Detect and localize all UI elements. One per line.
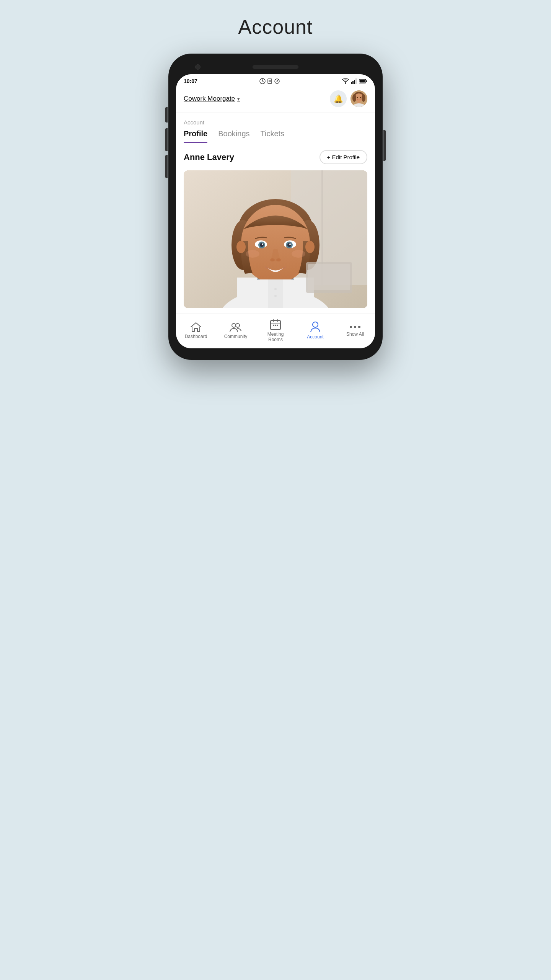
- svg-rect-13: [360, 80, 365, 83]
- app-icon-1: [259, 78, 266, 84]
- status-right-icons: [342, 78, 367, 84]
- volume-up-button: [165, 107, 168, 122]
- svg-rect-56: [308, 264, 350, 290]
- community-icon: [229, 322, 242, 332]
- profile-section: Anne Lavery + Edit Profile: [176, 143, 375, 314]
- svg-point-48: [246, 250, 259, 258]
- chevron-down-icon: ▾: [237, 96, 240, 102]
- location-name: Cowork Moorgate: [184, 95, 235, 103]
- svg-point-46: [270, 258, 275, 261]
- tabs-bar: Profile Bookings Tickets: [184, 129, 367, 143]
- svg-rect-64: [275, 325, 276, 326]
- status-bar: 10:07: [176, 74, 375, 87]
- avatar-image: [350, 90, 367, 107]
- svg-point-66: [313, 322, 318, 327]
- svg-point-24: [360, 97, 361, 98]
- svg-point-54: [274, 295, 277, 297]
- avatar-button[interactable]: [350, 90, 367, 107]
- svg-point-47: [276, 258, 281, 261]
- svg-rect-12: [366, 80, 367, 82]
- nav-show-all-label: Show All: [346, 332, 364, 337]
- svg-point-53: [274, 288, 277, 290]
- nav-dashboard-label: Dashboard: [185, 334, 207, 339]
- location-selector[interactable]: Cowork Moorgate ▾: [184, 95, 240, 103]
- status-time: 10:07: [184, 78, 197, 84]
- svg-point-37: [305, 241, 315, 253]
- nav-community-label: Community: [224, 334, 248, 339]
- svg-rect-21: [357, 101, 360, 104]
- svg-point-40: [260, 243, 264, 247]
- svg-point-19: [352, 94, 356, 102]
- edit-profile-button[interactable]: + Edit Profile: [320, 150, 367, 164]
- screen: 10:07: [176, 74, 375, 348]
- svg-rect-65: [277, 325, 278, 326]
- more-icon: [349, 324, 361, 330]
- wifi-icon: [342, 78, 349, 84]
- bottom-nav: Dashboard Community: [176, 314, 375, 348]
- svg-point-41: [262, 243, 263, 245]
- silent-button: [165, 155, 168, 178]
- tab-profile[interactable]: Profile: [184, 129, 207, 143]
- calendar-icon: [270, 318, 281, 330]
- tab-tickets[interactable]: Tickets: [261, 129, 285, 143]
- svg-rect-7: [351, 82, 352, 84]
- notifications-button[interactable]: 🔔: [330, 90, 347, 107]
- svg-rect-10: [355, 78, 357, 84]
- section-label: Account: [184, 119, 367, 126]
- person-icon: [310, 321, 321, 333]
- svg-point-49: [292, 250, 305, 258]
- power-button: [383, 130, 386, 161]
- header-right: 🔔: [330, 90, 367, 107]
- status-left-icons: [259, 78, 280, 84]
- home-icon: [190, 322, 202, 332]
- svg-rect-63: [273, 325, 274, 326]
- signal-icon: [351, 78, 357, 84]
- svg-point-20: [362, 94, 365, 102]
- phone-shell: 10:07: [168, 54, 383, 360]
- nav-community[interactable]: Community: [222, 322, 249, 339]
- svg-point-57: [232, 323, 236, 327]
- svg-point-23: [357, 97, 358, 98]
- edit-profile-label: + Edit Profile: [327, 154, 360, 160]
- svg-rect-52: [268, 279, 283, 308]
- bell-icon: 🔔: [334, 94, 343, 103]
- svg-point-68: [354, 326, 356, 328]
- app-header: Cowork Moorgate ▾ 🔔: [176, 87, 375, 113]
- app-icon-3: [274, 78, 280, 84]
- nav-meeting-rooms-label: Meeting Rooms: [267, 332, 284, 342]
- camera: [195, 64, 201, 70]
- app-icon-2: [267, 78, 272, 84]
- nav-dashboard[interactable]: Dashboard: [183, 322, 209, 339]
- svg-rect-1: [268, 79, 272, 83]
- svg-point-6: [276, 81, 277, 82]
- tab-bookings[interactable]: Bookings: [218, 129, 249, 143]
- phone-top: [176, 65, 375, 69]
- page-title: Account: [238, 15, 313, 38]
- svg-rect-50: [237, 279, 270, 308]
- user-name: Anne Lavery: [184, 152, 234, 162]
- svg-point-67: [350, 326, 352, 328]
- speaker: [253, 65, 298, 69]
- profile-photo: [184, 170, 367, 308]
- svg-point-44: [287, 243, 291, 247]
- svg-point-58: [236, 323, 240, 327]
- nav-account[interactable]: Account: [302, 321, 329, 340]
- svg-rect-9: [354, 80, 355, 84]
- battery-icon: [359, 79, 367, 83]
- svg-point-69: [358, 326, 360, 328]
- content-area: Account Profile Bookings Tickets: [176, 113, 375, 143]
- svg-point-45: [289, 243, 291, 245]
- svg-rect-8: [352, 81, 354, 84]
- portrait-svg: [184, 170, 367, 308]
- nav-meeting-rooms[interactable]: Meeting Rooms: [262, 318, 289, 342]
- svg-point-36: [236, 241, 246, 253]
- profile-header: Anne Lavery + Edit Profile: [184, 150, 367, 164]
- nav-show-all[interactable]: Show All: [342, 324, 368, 337]
- volume-down-button: [165, 128, 168, 151]
- nav-account-label: Account: [307, 334, 323, 340]
